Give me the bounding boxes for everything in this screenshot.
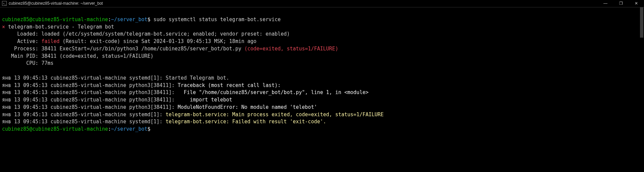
scrollbar-thumb[interactable] bbox=[640, 7, 643, 38]
log-line-2-prefix: янв 13 09:45:13 cubinez85-virtual-machin… bbox=[2, 82, 178, 88]
window-controls: — ❐ ✕ bbox=[598, 0, 644, 7]
maximize-button[interactable]: ❐ bbox=[613, 0, 629, 7]
prompt-sep: : bbox=[108, 16, 111, 23]
unit-name-line: telegram-bot.service - Telegram bot bbox=[5, 24, 114, 30]
log-line-3-msg: File "/home/cubinez85/server_bot/bot.py"… bbox=[184, 89, 369, 95]
prompt2-sep: : bbox=[108, 126, 111, 132]
process-value: 38411 ExecStart=/usr/bin/python3 /home/c… bbox=[41, 46, 244, 52]
active-state: failed bbox=[41, 38, 59, 44]
prompt-path: ~/server_bot bbox=[111, 16, 147, 23]
close-button[interactable]: ✕ bbox=[629, 0, 644, 7]
active-rest: (Result: exit-code) since Sat 2024-01-13… bbox=[60, 38, 257, 44]
window-title-text: cubinez85@cubinez85-virtual-machine: ~/s… bbox=[9, 1, 103, 6]
log-line-6-prefix: янв 13 09:45:13 cubinez85-virtual-machin… bbox=[2, 112, 166, 118]
active-label: Active: bbox=[2, 38, 41, 44]
log-line-5-prefix: янв 13 09:45:13 cubinez85-virtual-machin… bbox=[2, 104, 178, 110]
prompt-userhost: cubinez85@cubinez85-virtual-machine bbox=[2, 16, 108, 23]
scrollbar[interactable] bbox=[639, 7, 644, 172]
cpu-label: CPU: bbox=[2, 60, 41, 66]
minimize-button[interactable]: — bbox=[598, 0, 613, 7]
cpu-value: 77ms bbox=[41, 60, 53, 66]
terminal-icon: >_ bbox=[2, 1, 7, 6]
command-text: sudo systemctl status telegram-bot.servi… bbox=[151, 16, 281, 23]
terminal-output[interactable]: cubinez85@cubinez85-virtual-machine:~/se… bbox=[0, 7, 644, 134]
log-line-1: янв 13 09:45:13 cubinez85-virtual-machin… bbox=[2, 75, 229, 81]
main-pid-label: Main PID: bbox=[2, 53, 41, 59]
log-line-6-msg: telegram-bot.service: Main process exite… bbox=[166, 112, 384, 118]
loaded-value: loaded (/etc/systemd/system/telegram-bot… bbox=[41, 31, 290, 37]
log-line-4-prefix: янв 13 09:45:13 cubinez85-virtual-machin… bbox=[2, 97, 190, 103]
log-line-7-prefix: янв 13 09:45:13 cubinez85-virtual-machin… bbox=[2, 119, 166, 125]
process-label: Process: bbox=[2, 46, 41, 52]
prompt2-path: ~/server_bot bbox=[111, 126, 147, 132]
process-status: (code=exited, status=1/FAILURE) bbox=[244, 46, 338, 52]
log-line-4-msg: import telebot bbox=[190, 97, 232, 103]
loaded-label: Loaded: bbox=[2, 31, 41, 37]
log-line-5-msg: ModuleNotFoundError: No module named 'te… bbox=[178, 104, 317, 110]
prompt2-dollar: $ bbox=[147, 126, 150, 132]
log-line-2-msg: Traceback (most recent call last): bbox=[178, 82, 281, 88]
window-titlebar: >_ cubinez85@cubinez85-virtual-machine: … bbox=[0, 0, 644, 7]
prompt-dollar: $ bbox=[147, 16, 150, 23]
window-title: >_ cubinez85@cubinez85-virtual-machine: … bbox=[2, 1, 598, 6]
log-line-3-prefix: янв 13 09:45:13 cubinez85-virtual-machin… bbox=[2, 89, 184, 95]
main-pid-value: 38411 (code=exited, status=1/FAILURE) bbox=[41, 53, 153, 59]
status-bullet-icon: × bbox=[2, 24, 5, 30]
prompt2-userhost: cubinez85@cubinez85-virtual-machine bbox=[2, 126, 108, 132]
log-line-7-msg: telegram-bot.service: Failed with result… bbox=[166, 119, 326, 125]
